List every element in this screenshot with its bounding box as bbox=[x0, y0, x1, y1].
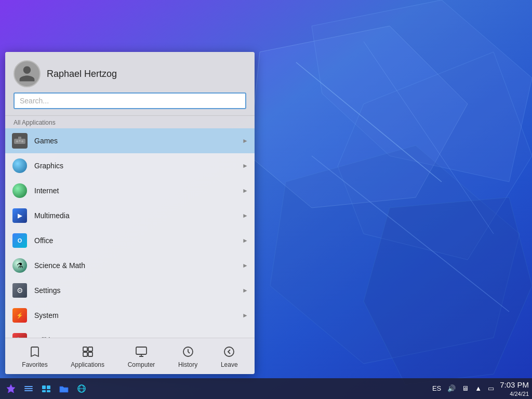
utilities-arrow: ► bbox=[242, 337, 248, 338]
scimath-label: Science & Math bbox=[34, 261, 236, 270]
taskbar-task2[interactable] bbox=[38, 381, 54, 396]
svg-rect-18 bbox=[88, 352, 92, 356]
taskbar-right: ES 🔊 🖥 ▲ ▭ 7:03 PM 4/24/21 bbox=[431, 380, 529, 397]
svg-rect-28 bbox=[42, 385, 46, 389]
svg-marker-24 bbox=[7, 384, 15, 393]
svg-rect-29 bbox=[47, 385, 50, 389]
menu-item-internet[interactable]: Internet ► bbox=[5, 178, 255, 203]
scimath-arrow: ► bbox=[242, 262, 248, 269]
computer-label: Computer bbox=[128, 361, 155, 368]
bottom-nav: Favorites Applications bbox=[5, 338, 255, 374]
up-arrow-icon[interactable]: ▲ bbox=[473, 383, 483, 393]
svg-rect-26 bbox=[24, 388, 33, 389]
system-arrow: ► bbox=[242, 312, 248, 319]
menu-item-graphics[interactable]: Graphics ► bbox=[5, 153, 255, 178]
menu-list: Games ► Graphics ► Internet bbox=[5, 128, 255, 338]
grid-icon bbox=[81, 344, 95, 359]
settings-label: Settings bbox=[34, 286, 236, 295]
menu-item-scimath[interactable]: ⚗ Science & Math ► bbox=[5, 253, 255, 278]
internet-label: Internet bbox=[34, 187, 236, 195]
menu-item-system[interactable]: ⚡ System ► bbox=[5, 303, 255, 328]
svg-rect-17 bbox=[83, 352, 87, 356]
nav-computer[interactable]: Computer bbox=[121, 341, 163, 371]
user-section: Raphael Hertzog bbox=[14, 60, 246, 87]
taskbar-task1[interactable] bbox=[21, 381, 36, 396]
nav-history[interactable]: History bbox=[171, 341, 205, 371]
office-icon: O bbox=[11, 232, 28, 249]
graphics-label: Graphics bbox=[34, 162, 236, 170]
search-input[interactable] bbox=[14, 92, 246, 109]
menu-item-utilities[interactable]: 🔧 Utilities ► bbox=[5, 328, 255, 338]
lang-indicator[interactable]: ES bbox=[431, 383, 443, 393]
svg-point-12 bbox=[16, 140, 18, 142]
globe-blue-icon bbox=[11, 157, 28, 174]
office-label: Office bbox=[34, 236, 236, 245]
utilities-icon: 🔧 bbox=[11, 332, 28, 338]
taskbar: ES 🔊 🖥 ▲ ▭ 7:03 PM 4/24/21 bbox=[0, 378, 532, 399]
svg-rect-27 bbox=[24, 390, 33, 391]
nav-leave[interactable]: Leave bbox=[214, 341, 245, 371]
svg-point-23 bbox=[224, 347, 234, 356]
menu-content: Games ► Graphics ► Internet bbox=[5, 128, 255, 338]
globe-green-icon bbox=[11, 182, 28, 199]
clock-time: 7:03 PM bbox=[500, 380, 529, 390]
clock-date: 4/24/21 bbox=[500, 390, 529, 397]
menu-item-settings[interactable]: ⚙ Settings ► bbox=[5, 278, 255, 303]
svg-rect-30 bbox=[42, 390, 46, 392]
system-label: System bbox=[34, 311, 236, 320]
multimedia-arrow: ► bbox=[242, 212, 248, 219]
multimedia-label: Multimedia bbox=[34, 211, 236, 220]
menu-item-office[interactable]: O Office ► bbox=[5, 228, 255, 253]
svg-rect-19 bbox=[136, 347, 147, 354]
svg-rect-31 bbox=[47, 390, 50, 392]
app-menu: Raphael Hertzog All Applications bbox=[5, 52, 255, 374]
avatar-icon bbox=[18, 64, 36, 83]
games-arrow: ► bbox=[242, 137, 248, 144]
applications-label: Applications bbox=[71, 361, 104, 368]
system-icon: ⚡ bbox=[11, 307, 28, 324]
utilities-label: Utilities bbox=[34, 336, 236, 338]
menu-item-games[interactable]: Games ► bbox=[5, 128, 255, 153]
username: Raphael Hertzog bbox=[47, 69, 117, 79]
taskbar-kicker[interactable] bbox=[3, 381, 19, 396]
scimath-icon: ⚗ bbox=[11, 257, 28, 274]
volume-icon[interactable]: 🔊 bbox=[446, 383, 457, 393]
taskbar-folder[interactable] bbox=[56, 381, 72, 396]
sys-tray: ES 🔊 🖥 ▲ ▭ bbox=[431, 383, 496, 393]
settings-icon: ⚙ bbox=[11, 282, 28, 299]
favorites-label: Favorites bbox=[22, 361, 47, 368]
graphics-arrow: ► bbox=[242, 162, 248, 169]
menu-item-multimedia[interactable]: ▶ Multimedia ► bbox=[5, 203, 255, 228]
arrow-left-icon bbox=[222, 344, 236, 359]
all-apps-label: All Applications bbox=[5, 116, 255, 128]
avatar bbox=[14, 60, 41, 87]
gamepad-icon bbox=[11, 132, 28, 149]
menu-header: Raphael Hertzog bbox=[5, 52, 255, 116]
svg-rect-25 bbox=[24, 386, 33, 387]
leave-label: Leave bbox=[221, 361, 238, 368]
taskbar-left bbox=[3, 381, 89, 396]
clock-icon bbox=[181, 344, 195, 359]
taskbar-network[interactable] bbox=[74, 381, 89, 396]
multimedia-icon: ▶ bbox=[11, 207, 28, 224]
svg-rect-14 bbox=[19, 140, 21, 142]
svg-point-13 bbox=[21, 140, 23, 142]
nav-favorites[interactable]: Favorites bbox=[15, 341, 55, 371]
monitor-tray-icon[interactable]: ▭ bbox=[486, 383, 496, 393]
svg-rect-16 bbox=[88, 347, 92, 351]
history-label: History bbox=[178, 361, 197, 368]
bookmark-icon bbox=[28, 344, 42, 359]
nav-applications[interactable]: Applications bbox=[63, 341, 112, 371]
svg-rect-15 bbox=[83, 347, 87, 351]
settings-arrow: ► bbox=[242, 287, 248, 294]
games-label: Games bbox=[34, 137, 236, 145]
monitor-icon bbox=[134, 344, 149, 359]
internet-arrow: ► bbox=[242, 187, 248, 194]
office-arrow: ► bbox=[242, 237, 248, 244]
desktop: Raphael Hertzog All Applications bbox=[0, 0, 532, 399]
clock: 7:03 PM 4/24/21 bbox=[500, 380, 529, 397]
display-icon[interactable]: 🖥 bbox=[460, 383, 470, 393]
